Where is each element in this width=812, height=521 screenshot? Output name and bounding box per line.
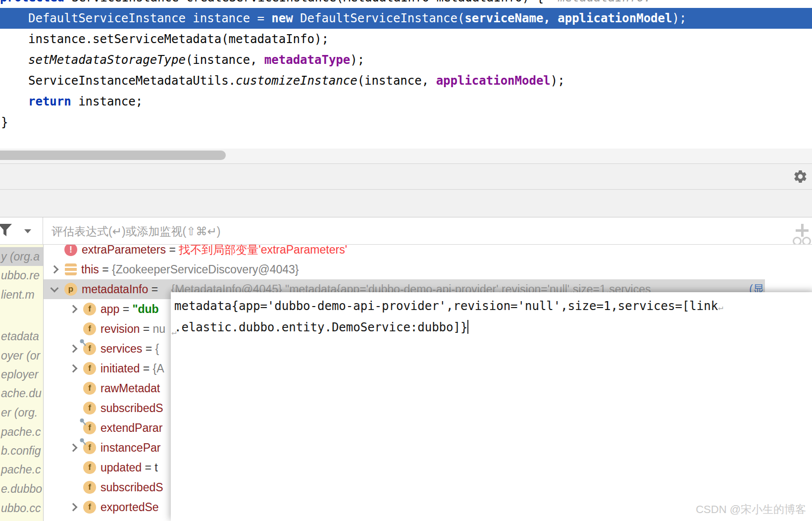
- frame-item[interactable]: etadata: [1, 329, 39, 343]
- variable-value: {A: [153, 362, 164, 375]
- variable-value: 找不到局部变量'extraParameters': [179, 245, 347, 258]
- frame-item[interactable]: lient.m: [1, 288, 35, 302]
- field-icon: f: [83, 481, 96, 494]
- tree-row-this[interactable]: this = {ZookeeperServiceDiscovery@4043}: [44, 260, 812, 279]
- field-icon: f: [83, 382, 96, 395]
- variable-value: nu: [152, 322, 165, 336]
- debugger-toolbar-secondary: [0, 190, 812, 217]
- frame-item[interactable]: ubbo.re: [1, 268, 40, 282]
- chevron-placeholder: [67, 382, 79, 394]
- chevron-right-icon[interactable]: [67, 442, 79, 454]
- add-watch-plus-icon[interactable]: [796, 224, 809, 237]
- soft-wrap-icon: ↵: [171, 322, 176, 342]
- frame-item[interactable]: ubbo.cc: [1, 501, 41, 515]
- field-icon-pinned: f: [83, 342, 96, 355]
- variable-value: "dub: [133, 303, 159, 316]
- chevron-right-icon[interactable]: [67, 303, 79, 315]
- tree-row-extraParameters[interactable]: ! extraParameters = 找不到局部变量'extraParamet…: [44, 245, 812, 260]
- popup-text-line: metadata{app='dubbo-demo-api-provider',r…: [174, 296, 812, 317]
- settings-gear-icon[interactable]: [793, 169, 808, 184]
- frame-item[interactable]: y (org.a: [1, 250, 40, 263]
- chevron-placeholder: [67, 422, 79, 434]
- scrollbar-thumb[interactable]: [0, 151, 226, 160]
- frame-item[interactable]: oyer (or: [1, 349, 40, 363]
- frame-item[interactable]: e.dubbo: [1, 482, 42, 496]
- variable-value: t: [154, 461, 157, 474]
- field-icon: f: [83, 303, 96, 315]
- field-icon-pinned: f: [83, 421, 96, 434]
- divider: [43, 217, 43, 244]
- chevron-placeholder: [67, 481, 79, 493]
- filter-icon[interactable]: [0, 223, 13, 238]
- code-line: }: [0, 112, 812, 133]
- evaluate-expression-input[interactable]: 评估表达式(↵)或添加监视(⇧⌘↵): [51, 217, 220, 244]
- execution-line-highlight: DefaultServiceInstance instance = new De…: [0, 8, 812, 29]
- frame-item[interactable]: b.config: [1, 444, 41, 458]
- variable-value: {ZookeeperServiceDiscovery@4043}: [112, 263, 299, 276]
- chevron-placeholder: [49, 245, 60, 256]
- chevron-placeholder: [67, 402, 79, 414]
- frame-item[interactable]: eployer: [1, 367, 38, 381]
- field-icon: f: [83, 322, 96, 335]
- code-line-signature: protected ServiceInstance createServiceI…: [0, 0, 812, 8]
- field-icon: f: [83, 362, 96, 375]
- chevron-right-icon[interactable]: [67, 501, 79, 513]
- chevron-placeholder: [67, 323, 79, 335]
- chevron-right-icon[interactable]: [67, 343, 79, 355]
- chevron-right-icon[interactable]: [49, 263, 60, 275]
- chevron-placeholder: [67, 462, 79, 473]
- field-icon-pinned: f: [83, 441, 96, 454]
- frame-item[interactable]: pache.c: [1, 463, 41, 476]
- code-editor[interactable]: protected ServiceInstance createServiceI…: [0, 0, 812, 149]
- property-icon: p: [64, 283, 77, 296]
- value-editor-popup[interactable]: ↵ metadata{app='dubbo-demo-api-provider'…: [171, 292, 812, 521]
- watches-glasses-icon[interactable]: [793, 237, 812, 245]
- debugger-toolbar: [0, 164, 812, 190]
- frame-item[interactable]: ache.du: [1, 386, 42, 400]
- ide-debugger-window: protected ServiceInstance createServiceI…: [0, 0, 812, 521]
- this-object-icon: [65, 263, 77, 275]
- field-icon: f: [83, 402, 96, 415]
- variable-value: {: [155, 342, 159, 356]
- inline-parameter-hint: metadataInfo:: [558, 0, 651, 4]
- text-cursor: [467, 320, 468, 334]
- error-icon: !: [64, 245, 77, 256]
- soft-wrap-icon: ↵: [718, 302, 723, 312]
- field-icon: f: [83, 501, 96, 514]
- frame-item[interactable]: er (org.: [1, 406, 38, 419]
- chevron-down-icon[interactable]: [24, 229, 31, 233]
- watch-bar: 评估表达式(↵)或添加监视(⇧⌘↵): [0, 217, 812, 245]
- code-line: setMetadataStorageType(instance, metadat…: [0, 50, 812, 70]
- pin-icon: [79, 339, 87, 346]
- code-line: instance.setServiceMetadata(metadataInfo…: [0, 29, 812, 50]
- code-line: ServiceInstanceMetadataUtils.customizeIn…: [0, 70, 812, 91]
- pin-icon: [79, 418, 87, 425]
- field-icon: f: [83, 461, 96, 474]
- pin-icon: [79, 438, 87, 445]
- popup-text-line: .elastic.dubbo.entity.DemoService:dubbo]…: [174, 317, 812, 338]
- frame-item[interactable]: pache.c: [1, 425, 41, 439]
- horizontal-scrollbar[interactable]: [0, 149, 812, 164]
- chevron-right-icon[interactable]: [67, 363, 79, 374]
- watermark: CSDN @宋小生的博客: [696, 502, 806, 517]
- frames-panel: y (org.a ubbo.re lient.m etadata oyer (o…: [0, 245, 44, 521]
- code-line: return instance;: [0, 91, 812, 112]
- chevron-down-icon[interactable]: [49, 283, 60, 295]
